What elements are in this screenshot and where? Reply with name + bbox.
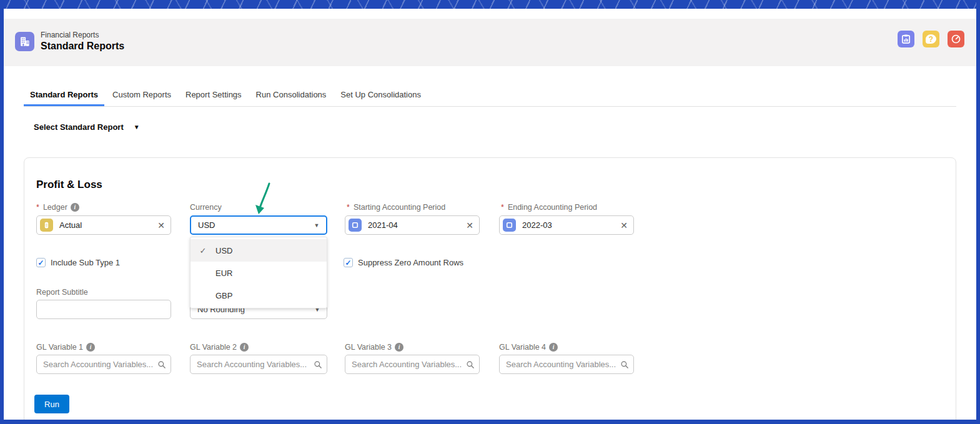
include-sub-type-label: Include Sub Type 1	[51, 258, 120, 267]
currency-option-gbp[interactable]: GBP	[191, 284, 327, 307]
tab-run-consolidations[interactable]: Run Consolidations	[250, 85, 333, 106]
report-subtitle-input[interactable]	[36, 300, 171, 319]
clipboard-chart-icon	[901, 34, 911, 44]
search-icon	[153, 360, 171, 369]
ending-period-label: * Ending Accounting Period	[501, 203, 597, 212]
gl-variable-1-search	[36, 355, 171, 374]
gl-variable-4-search-input[interactable]	[500, 360, 616, 369]
ledger-value: Actual	[53, 220, 152, 230]
currency-label: Currency	[190, 203, 222, 212]
gl-variable-2-label: GL Variable 2 i	[190, 343, 249, 352]
suppress-zero-rows-label: Suppress Zero Amount Rows	[358, 258, 463, 267]
currency-dropdown-menu: ✓ USD EUR GBP	[190, 237, 327, 308]
checkbox-checked[interactable]: ✓	[36, 258, 46, 267]
currency-option-usd[interactable]: ✓ USD	[191, 239, 327, 262]
select-standard-report-label: Select Standard Report	[34, 122, 124, 132]
required-marker: *	[501, 203, 504, 212]
report-title: Profit & Loss	[36, 179, 102, 191]
gl-variable-2-search	[190, 355, 327, 374]
clear-ledger-icon[interactable]: ✕	[152, 220, 171, 230]
starting-period-value: 2021-04	[362, 220, 460, 230]
gl-variable-3-label: GL Variable 3 i	[345, 343, 403, 352]
accounting-period-icon	[503, 219, 516, 232]
window-frame-left	[0, 0, 4, 424]
info-icon[interactable]: i	[86, 343, 95, 352]
ending-period-value: 2022-03	[516, 220, 615, 230]
currency-value: USD	[191, 220, 307, 230]
tab-set-up-consolidations[interactable]: Set Up Consolidations	[334, 85, 427, 106]
chevron-down-icon: ▼	[134, 124, 140, 131]
info-icon[interactable]: i	[71, 203, 79, 212]
report-board-button[interactable]	[898, 31, 914, 47]
gl-variable-1-label: GL Variable 1 i	[36, 343, 95, 352]
currency-combobox[interactable]: USD ▼	[190, 215, 327, 235]
ledger-label: * Ledger i	[36, 203, 79, 212]
gl-variable-2-search-input[interactable]	[191, 360, 309, 369]
page-header	[4, 19, 976, 66]
required-marker: *	[36, 203, 39, 212]
starting-period-pill-field[interactable]: 2021-04 ✕	[345, 215, 480, 235]
window-frame-right	[976, 0, 980, 424]
search-icon	[616, 360, 633, 369]
suppress-zero-rows-checkbox-row[interactable]: ✓ Suppress Zero Amount Rows	[344, 258, 463, 267]
window-frame-top	[0, 0, 980, 9]
search-icon	[309, 360, 327, 369]
tab-bar: Standard Reports Custom Reports Report S…	[24, 85, 956, 107]
question-bubble-icon: ?	[926, 34, 936, 44]
ending-period-pill-field[interactable]: 2022-03 ✕	[499, 215, 634, 235]
search-icon	[462, 360, 479, 369]
starting-period-label: * Starting Accounting Period	[347, 203, 445, 212]
select-standard-report-dropdown[interactable]: Select Standard Report ▼	[34, 122, 140, 132]
currency-option-eur[interactable]: EUR	[191, 262, 327, 284]
tab-report-settings[interactable]: Report Settings	[179, 85, 248, 106]
gl-variable-3-search-input[interactable]	[345, 360, 462, 369]
run-button[interactable]: Run	[34, 395, 69, 413]
tab-standard-reports[interactable]: Standard Reports	[24, 85, 104, 106]
ledger-record-icon	[40, 219, 53, 232]
annotation-arrow	[249, 182, 276, 218]
performance-gauge-button[interactable]	[948, 31, 964, 47]
gl-variable-1-search-input[interactable]	[37, 360, 153, 369]
page-title: Standard Reports	[41, 41, 124, 52]
gl-variable-4-search	[499, 355, 634, 374]
clear-starting-period-icon[interactable]: ✕	[460, 220, 479, 230]
ledger-pill-field[interactable]: Actual ✕	[36, 215, 171, 235]
app-context-label: Financial Reports	[41, 31, 99, 39]
check-icon: ✓	[191, 246, 215, 255]
accounting-period-icon	[349, 219, 362, 232]
checkbox-checked[interactable]: ✓	[344, 258, 353, 267]
info-icon[interactable]: i	[240, 343, 249, 352]
chevron-down-icon[interactable]: ▼	[307, 222, 326, 229]
help-button[interactable]: ?	[923, 31, 939, 47]
info-icon[interactable]: i	[549, 343, 558, 352]
info-icon[interactable]: i	[395, 343, 403, 352]
window-frame-bottom	[0, 420, 980, 424]
financial-reports-app-icon	[15, 32, 34, 51]
gauge-icon	[951, 34, 961, 44]
gl-variable-4-label: GL Variable 4 i	[499, 343, 558, 352]
gl-variable-3-search	[345, 355, 480, 374]
buildings-icon	[19, 36, 31, 47]
report-parameters-card	[24, 157, 956, 424]
tab-custom-reports[interactable]: Custom Reports	[106, 85, 177, 106]
required-marker: *	[347, 203, 350, 212]
header-action-buttons: ?	[898, 31, 964, 47]
include-sub-type-checkbox-row[interactable]: ✓ Include Sub Type 1	[36, 258, 120, 267]
report-subtitle-label: Report Subtitle	[36, 288, 88, 297]
clear-ending-period-icon[interactable]: ✕	[615, 220, 633, 230]
